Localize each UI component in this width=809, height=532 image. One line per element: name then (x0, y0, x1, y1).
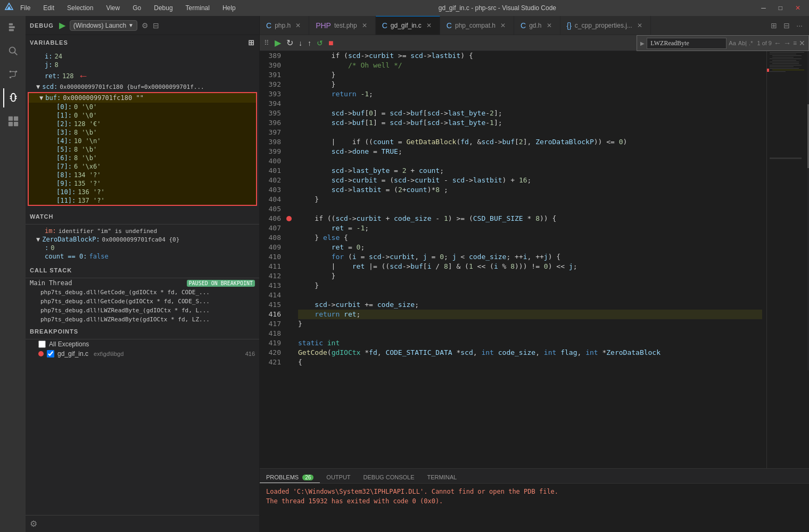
find-whole-word[interactable]: Ab| (738, 40, 747, 46)
bottom-tab-debug-console[interactable]: DEBUG CONSOLE (357, 472, 421, 483)
callstack-frame-0[interactable]: php7ts_debug.dll!GetCode_(gdIOCtx * fd, … (26, 288, 259, 297)
buf-item-10[interactable]: [10]: 136 '?' (29, 188, 256, 196)
breakpoint-all-exceptions[interactable]: All Exceptions (26, 339, 259, 349)
maximize-button[interactable]: □ (774, 3, 787, 13)
buf-item-1[interactable]: [1]: 0 '\0' (29, 111, 256, 120)
menu-terminal[interactable]: Terminal (184, 2, 212, 14)
buf-item-6[interactable]: [6]: 8 '\b' (29, 154, 256, 162)
debug-config-selector[interactable]: (Windows) Launch ▼ (70, 20, 137, 31)
tab-test-php[interactable]: PHP test.php ✕ (309, 16, 376, 35)
buf-item-7[interactable]: [7]: 6 '\x6' (29, 162, 256, 171)
stop-button[interactable]: ■ (328, 38, 334, 48)
callstack-frame-1[interactable]: php7ts_debug.dll!GetCode(gdIOCtx * fd, C… (26, 297, 259, 306)
tab-php-h-close[interactable]: ✕ (294, 22, 302, 29)
variables-section-header[interactable]: VARIABLES ⊞ (26, 35, 259, 50)
tab-php-compat[interactable]: C php_compat.h ✕ (440, 16, 514, 35)
activity-search[interactable] (3, 41, 22, 61)
find-next-icon[interactable]: → (783, 39, 791, 47)
debug-play-icon[interactable]: ▶ (59, 20, 65, 30)
step-into-button[interactable]: ↓ (299, 39, 302, 47)
svg-rect-18 (772, 60, 796, 61)
tab-php-compat-close[interactable]: ✕ (499, 22, 507, 29)
gutter (285, 51, 294, 468)
buf-item-8[interactable]: [8]: 134 '?' (29, 171, 256, 179)
close-button[interactable]: ✕ (791, 3, 805, 13)
activity-git[interactable] (3, 65, 22, 84)
var-ret[interactable]: ret: 128 ← (26, 69, 259, 82)
buf-item-0[interactable]: [0]: 0 '\0' (29, 103, 256, 111)
restart-button[interactable]: ↺ (317, 39, 323, 47)
activity-extensions[interactable] (3, 112, 22, 131)
bottom-tab-terminal[interactable]: TERMINAL (421, 472, 464, 483)
menu-go[interactable]: Go (130, 2, 143, 14)
watch-im[interactable]: im: identifier "im" is undefined (26, 227, 259, 235)
activity-explorer[interactable] (3, 18, 22, 37)
tab-cpp-props-close[interactable]: ✕ (635, 22, 644, 29)
watch-zero-val[interactable]: : 0 (26, 244, 259, 252)
watch-count[interactable]: count == 0: false (26, 252, 259, 261)
find-select-all-icon[interactable]: ≡ (793, 39, 797, 47)
buf-item-4[interactable]: [4]: 10 '\n' (29, 137, 256, 145)
settings-gear-icon[interactable]: ⚙ (30, 519, 37, 529)
find-close-icon[interactable]: ✕ (799, 39, 805, 47)
bottom-tab-problems[interactable]: PROBLEMS 26 (260, 472, 320, 483)
activity-debug[interactable] (3, 88, 22, 107)
tab-gd-gif[interactable]: C gd_gif_in.c ✕ (376, 16, 440, 35)
callstack-section-header[interactable]: CALL STACK (26, 263, 259, 278)
all-exceptions-checkbox[interactable] (38, 340, 46, 348)
tab-test-php-close[interactable]: ✕ (360, 22, 369, 29)
find-regex[interactable]: .* (749, 40, 753, 46)
tab-cpp-props-icon: {} (567, 21, 572, 30)
buf-item-2[interactable]: [2]: 128 '€' (29, 120, 256, 128)
minimize-button[interactable]: ─ (757, 3, 770, 13)
tab-cpp-props[interactable]: {} c_cpp_properties.j... ✕ (560, 16, 651, 35)
buf-item-3[interactable]: [3]: 8 '\b' (29, 128, 256, 137)
debug-actions-icon[interactable]: ⊟ (153, 21, 159, 30)
watch-zerodatablock[interactable]: ▼ ZeroDataBlockP: 0x00000099701fca04 {0} (26, 235, 259, 244)
more-tabs-icon[interactable]: ⊟ (781, 20, 792, 31)
breakpoints-section-header[interactable]: BREAKPOINTS (26, 324, 259, 339)
code-line-415: scd->curbit += code_size; (298, 300, 762, 310)
find-input[interactable] (647, 38, 727, 49)
var-i[interactable]: i: 24 (26, 52, 259, 61)
menu-debug[interactable]: Debug (152, 2, 175, 14)
code-editor[interactable]: if (scd->curbit >= scd->lastbit) { /* Oh… (294, 51, 766, 468)
code-line-414 (298, 290, 762, 300)
buf-item-9[interactable]: [9]: 135 '?' (29, 179, 256, 188)
split-editor-icon[interactable]: ⊞ (769, 20, 779, 31)
tab-gd-gif-close[interactable]: ✕ (425, 22, 433, 29)
tab-overflow-icon[interactable]: ··· (794, 20, 805, 31)
debug-settings-icon[interactable]: ⚙ (142, 21, 148, 30)
step-out-button[interactable]: ↑ (308, 39, 311, 47)
continue-button[interactable]: ▶ (275, 38, 281, 48)
step-over-button[interactable]: ↻ (286, 38, 293, 48)
svg-rect-2 (9, 29, 14, 31)
find-match-case[interactable]: Aa (729, 40, 736, 46)
buf-item-5[interactable]: [5]: 8 '\b' (29, 145, 256, 154)
collapse-all-icon[interactable]: ⊞ (248, 38, 255, 47)
menu-selection[interactable]: Selection (65, 2, 95, 14)
breakpoint-gd-gif[interactable]: gd_gif_in.c ext\gd\libgd 416 (26, 349, 259, 359)
menu-edit[interactable]: Edit (41, 2, 56, 14)
var-j[interactable]: j: 8 (26, 61, 259, 69)
svg-rect-10 (9, 122, 13, 126)
menu-file[interactable]: File (18, 2, 32, 14)
find-prev-icon[interactable]: ← (774, 39, 781, 47)
titlebar: File Edit Selection View Go Debug Termin… (0, 0, 809, 16)
menu-help[interactable]: Help (220, 2, 238, 14)
callstack-frame-2[interactable]: php7ts_debug.dll!LWZReadByte_(gdIOCtx * … (26, 306, 259, 315)
find-expand-icon[interactable]: ▶ (640, 40, 645, 46)
tabs-bar: C php.h ✕ PHP test.php ✕ C gd_gif_in.c ✕… (260, 16, 809, 35)
code-line-404: } (298, 195, 762, 204)
tab-gd-h[interactable]: C gd.h ✕ (514, 16, 560, 35)
watch-section-header[interactable]: WATCH (26, 209, 259, 224)
tab-php-h[interactable]: C php.h ✕ (260, 16, 309, 35)
var-buf-header[interactable]: ▼ buf: 0x00000099701fc180 "" (29, 93, 256, 103)
tab-gd-h-close[interactable]: ✕ (545, 22, 554, 29)
var-scd[interactable]: ▼ scd: 0x00000099701fc180 {buf=0x0000009… (26, 82, 259, 91)
bottom-tab-output[interactable]: OUTPUT (320, 472, 357, 483)
gd-gif-checkbox[interactable] (47, 350, 54, 358)
callstack-frame-3[interactable]: php7ts_debug.dll!LWZReadByte(gdIOCtx * f… (26, 315, 259, 324)
buf-item-11[interactable]: [11]: 137 '?' (29, 196, 256, 205)
menu-view[interactable]: View (104, 2, 122, 14)
